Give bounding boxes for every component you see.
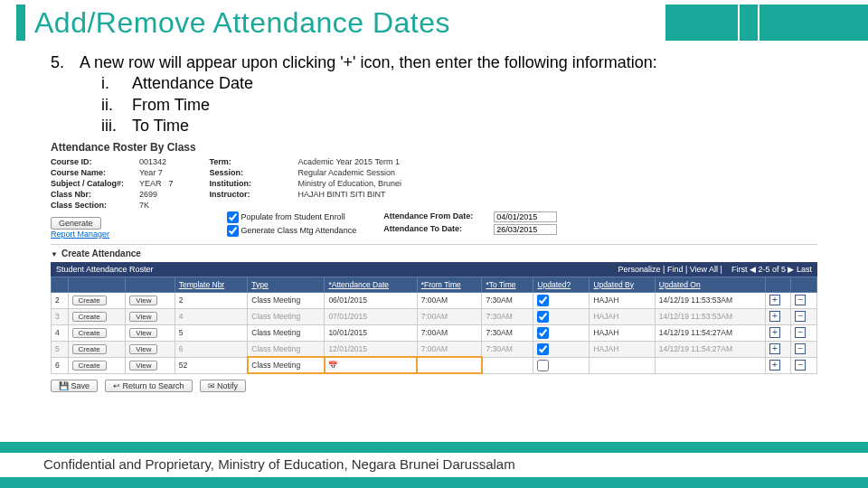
attendance-date-cell[interactable]: 10/01/2015	[325, 324, 417, 341]
updated-on	[655, 357, 765, 373]
collapse-icon: ▼	[51, 250, 58, 258]
from-date-label: Attendance From Date:	[383, 211, 494, 222]
column-header[interactable]: *Attendance Date	[325, 277, 417, 292]
row-num: 5	[52, 341, 69, 357]
create-button[interactable]: Create	[72, 328, 107, 338]
from-time-cell[interactable]: 7:00AM	[417, 341, 482, 357]
remove-row-icon[interactable]: −	[795, 295, 806, 305]
updated-by: HAJAH	[590, 292, 655, 308]
column-header[interactable]: Updated?	[533, 277, 590, 292]
column-header[interactable]: Template Nbr	[175, 277, 248, 292]
create-button[interactable]: Create	[72, 312, 107, 322]
title-accent	[16, 5, 25, 41]
remove-row-icon[interactable]: −	[795, 327, 806, 338]
create-button[interactable]: Create	[72, 344, 107, 354]
to-date-input[interactable]	[494, 224, 557, 235]
column-header[interactable]	[126, 277, 175, 292]
form-label: Class Nbr:	[51, 190, 139, 199]
view-button[interactable]: View	[129, 312, 157, 322]
column-header[interactable]	[791, 277, 817, 292]
to-time-cell[interactable]: 7:30AM	[482, 341, 533, 357]
create-button[interactable]: Create	[72, 296, 107, 305]
table-row: 5CreateView6Class Meeting12/01/20157:00A…	[52, 341, 817, 357]
from-date-input[interactable]	[494, 211, 557, 222]
table-row: 4CreateView5Class Meeting10/01/20157:00A…	[52, 324, 817, 341]
return-button[interactable]: ↩ Return to Search	[105, 380, 193, 392]
calendar-icon[interactable]: 📅	[328, 361, 338, 370]
remove-row-icon[interactable]: −	[795, 360, 806, 371]
roster-nav[interactable]: First ◀ 2-5 of 5 ▶ Last	[731, 265, 812, 274]
to-time-cell[interactable]: 7:30AM	[482, 324, 533, 341]
form-label: Term:	[210, 157, 298, 166]
updated-checkbox[interactable]	[533, 292, 590, 308]
add-row-icon[interactable]: +	[769, 360, 780, 371]
view-button[interactable]: View	[129, 361, 157, 371]
column-header[interactable]: Type	[248, 277, 325, 292]
from-time-cell[interactable]: 7:00AM	[417, 308, 482, 324]
roster-table: Template NbrType*Attendance Date*From Ti…	[51, 277, 817, 374]
row-num: 4	[52, 324, 69, 341]
remove-row-icon[interactable]: −	[795, 343, 806, 354]
template-nbr: 5	[175, 324, 248, 341]
form-value: Regular Academic Session	[298, 168, 396, 177]
attendance-date-cell[interactable]: 07/01/2015	[325, 308, 417, 324]
column-header[interactable]: Updated By	[590, 277, 655, 292]
substep-num: i.	[101, 73, 132, 94]
from-time-cell[interactable]	[417, 357, 482, 373]
form-value: YEAR	[139, 179, 162, 188]
updated-on: 14/12/19 11:54:27AM	[655, 324, 765, 341]
view-button[interactable]: View	[129, 328, 157, 338]
type-cell: Class Meeting	[248, 324, 325, 341]
step-number: 5.	[51, 52, 76, 73]
add-row-icon[interactable]: +	[769, 343, 780, 354]
attendance-date-cell[interactable]: 📅	[325, 357, 417, 373]
updated-checkbox[interactable]	[533, 357, 590, 373]
template-nbr: 52	[175, 357, 248, 373]
create-attendance-toggle[interactable]: ▼Create Attendance	[51, 249, 817, 258]
notify-button[interactable]: ✉ Notify	[200, 380, 247, 392]
template-nbr: 6	[175, 341, 248, 357]
save-button[interactable]: 💾 Save	[51, 380, 98, 392]
form-label: Instructor:	[210, 190, 298, 199]
roster-links[interactable]: Personalize | Find | View All |	[618, 265, 722, 274]
attendance-date-cell[interactable]: 06/01/2015	[325, 292, 417, 308]
substep-text: To Time	[132, 117, 189, 135]
updated-checkbox[interactable]	[533, 324, 590, 341]
to-time-cell[interactable]: 7:30AM	[482, 292, 533, 308]
generate-button[interactable]: Generate	[51, 217, 101, 230]
populate-checkbox[interactable]: Populate from Student Enroll	[227, 211, 356, 223]
form-label: Institution:	[210, 179, 298, 188]
to-time-cell[interactable]: 7:30AM	[482, 308, 533, 324]
roster-header-bar: Student Attendance Roster Personalize | …	[51, 262, 817, 277]
screenshot-heading: Attendance Roster By Class	[51, 141, 817, 154]
attendance-date-cell[interactable]: 12/01/2015	[325, 341, 417, 357]
column-header[interactable]: Updated On	[655, 277, 765, 292]
form-value: HAJAH BINTI SITI BINT	[298, 190, 386, 199]
form-label: Class Section:	[51, 201, 139, 210]
column-header[interactable]	[52, 277, 69, 292]
report-manager-link[interactable]: Report Manager	[51, 230, 109, 239]
from-time-cell[interactable]: 7:00AM	[417, 292, 482, 308]
add-row-icon[interactable]: +	[769, 327, 780, 338]
updated-checkbox[interactable]	[533, 308, 590, 324]
view-button[interactable]: View	[129, 296, 157, 305]
add-row-icon[interactable]: +	[769, 311, 780, 322]
updated-on: 14/12/19 11:54:27AM	[655, 341, 765, 357]
to-time-cell[interactable]	[482, 357, 533, 373]
view-button[interactable]: View	[129, 344, 157, 354]
generate-mtg-checkbox[interactable]: Generate Class Mtg Attendance	[227, 225, 356, 237]
substep-num: iii.	[101, 116, 132, 136]
from-time-cell[interactable]: 7:00AM	[417, 324, 482, 341]
column-header[interactable]: *From Time	[417, 277, 482, 292]
create-button[interactable]: Create	[72, 361, 107, 371]
remove-row-icon[interactable]: −	[795, 311, 806, 322]
table-row: 2CreateView2Class Meeting06/01/20157:00A…	[52, 292, 817, 308]
form-value: 7K	[139, 201, 149, 210]
column-header[interactable]	[68, 277, 126, 292]
add-row-icon[interactable]: +	[769, 295, 780, 305]
column-header[interactable]: *To Time	[482, 277, 533, 292]
column-header[interactable]	[766, 277, 791, 292]
updated-checkbox[interactable]	[533, 341, 590, 357]
row-num: 6	[52, 357, 69, 373]
step-text: A new row will appear upon clicking '+' …	[80, 53, 657, 71]
